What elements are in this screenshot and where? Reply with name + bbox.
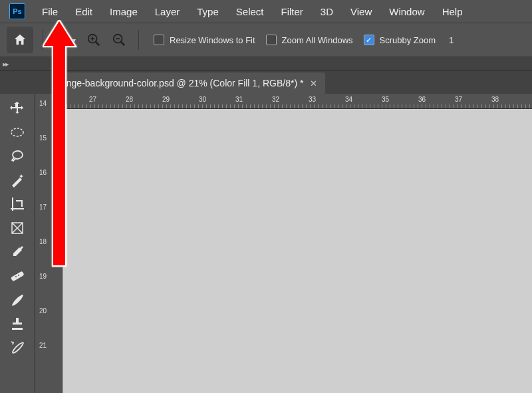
ruler-tick: 18 xyxy=(39,239,58,245)
ruler-vertical: 14 15 16 17 18 19 20 21 xyxy=(35,94,63,393)
ruler-tick: 16 xyxy=(39,170,58,176)
svg-point-0 xyxy=(58,35,65,43)
menu-window[interactable]: Window xyxy=(380,2,433,21)
checkbox-checked-icon: ✓ xyxy=(364,35,374,45)
ruler-tick: 14 xyxy=(39,100,58,107)
ruler-tick: 38 xyxy=(491,96,499,103)
document-tab-title: ange-background-color.psd @ 21% (Color F… xyxy=(61,78,303,88)
zoom-tool-preset[interactable]: ▾ xyxy=(53,30,78,50)
ruler-tick: 35 xyxy=(382,96,389,103)
ruler-tick: 27 xyxy=(89,96,96,103)
menu-type[interactable]: Type xyxy=(188,2,227,21)
checkbox-icon xyxy=(154,35,164,45)
menu-help[interactable]: Help xyxy=(434,2,471,21)
crop-tool[interactable] xyxy=(4,192,31,216)
home-icon xyxy=(13,33,27,47)
workspace: 14 15 16 17 18 19 20 21 27 28 29 30 31 3… xyxy=(0,94,532,393)
menu-file[interactable]: File xyxy=(33,2,66,21)
close-icon[interactable]: ✕ xyxy=(310,78,317,88)
menu-layer[interactable]: Layer xyxy=(146,2,189,21)
ruler-tick: 37 xyxy=(455,96,462,103)
ruler-ticks xyxy=(63,104,532,108)
wand-icon xyxy=(9,172,25,188)
svg-line-7 xyxy=(121,42,125,46)
ruler-tick: 36 xyxy=(418,96,426,103)
ruler-tick: 30 xyxy=(199,96,206,103)
lasso-icon xyxy=(9,148,25,164)
resize-windows-label: Resize Windows to Fit xyxy=(170,35,255,45)
scrubby-zoom-checkbox[interactable]: ✓ Scrubby Zoom xyxy=(364,35,436,45)
ruler-tick: 32 xyxy=(272,96,279,103)
ruler-tick: 20 xyxy=(39,308,58,315)
svg-point-9 xyxy=(11,128,23,136)
home-button[interactable] xyxy=(7,27,33,53)
menu-filter[interactable]: Filter xyxy=(273,2,312,21)
document-tab[interactable]: ange-background-color.psd @ 21% (Color F… xyxy=(53,72,325,94)
history-brush-icon xyxy=(9,340,25,356)
ruler-horizontal: 27 28 29 30 31 32 33 34 35 36 37 38 xyxy=(63,94,532,109)
zoom-in-button[interactable] xyxy=(84,30,104,50)
scrubby-zoom-label: Scrubby Zoom xyxy=(380,35,436,45)
panel-toggle-strip[interactable]: ▸▸ xyxy=(0,57,532,71)
menu-3d[interactable]: 3D xyxy=(312,2,342,21)
frame-icon xyxy=(9,220,25,236)
canvas-area: 27 28 29 30 31 32 33 34 35 36 37 38 xyxy=(63,94,532,393)
move-icon xyxy=(9,100,25,116)
svg-line-3 xyxy=(96,42,100,46)
eyedropper-icon xyxy=(9,244,25,260)
chevron-down-icon: ▾ xyxy=(72,37,76,44)
marquee-icon xyxy=(9,124,25,140)
menu-edit[interactable]: Edit xyxy=(66,2,101,21)
zoom-out-icon xyxy=(112,33,126,47)
toolbox xyxy=(0,94,35,393)
ruler-tick: 19 xyxy=(39,273,58,280)
zoom-all-label: Zoom All Windows xyxy=(282,35,353,45)
brush-tool[interactable] xyxy=(4,288,31,312)
move-tool[interactable] xyxy=(4,96,31,120)
ruler-tick: 21 xyxy=(39,342,58,349)
zoom-all-checkbox[interactable]: Zoom All Windows xyxy=(266,35,353,45)
menu-image[interactable]: Image xyxy=(101,2,146,21)
menu-select[interactable]: Select xyxy=(227,2,273,21)
marquee-tool[interactable] xyxy=(4,120,31,144)
frame-tool[interactable] xyxy=(4,216,31,240)
ruler-tick: 15 xyxy=(39,135,58,142)
document-tab-bar: ange-background-color.psd @ 21% (Color F… xyxy=(0,71,532,94)
svg-point-14 xyxy=(15,276,17,277)
separator xyxy=(43,30,43,50)
bandage-icon xyxy=(9,268,25,284)
stamp-icon xyxy=(9,316,25,332)
quick-selection-tool[interactable] xyxy=(4,168,31,192)
app-logo-icon: Ps xyxy=(9,3,25,19)
svg-line-1 xyxy=(65,42,68,46)
options-bar: ▾ Resize Windows to Fit Zoom All Windows… xyxy=(0,23,532,57)
ruler-tick: 34 xyxy=(345,96,352,103)
lasso-tool[interactable] xyxy=(4,144,31,168)
magnifier-icon xyxy=(55,33,70,47)
ruler-tick: 29 xyxy=(162,96,170,103)
ruler-tick: 28 xyxy=(126,96,133,103)
ruler-tick: 17 xyxy=(39,204,58,211)
checkbox-icon xyxy=(266,35,277,45)
eyedropper-tool[interactable] xyxy=(4,240,31,264)
ruler-tick: 33 xyxy=(309,96,316,103)
history-brush-tool[interactable] xyxy=(4,336,31,360)
separator xyxy=(138,30,139,50)
menu-view[interactable]: View xyxy=(342,2,380,21)
crop-icon xyxy=(9,196,25,212)
clone-stamp-tool[interactable] xyxy=(4,312,31,336)
zoom-value: 1 xyxy=(449,35,454,45)
svg-point-15 xyxy=(18,275,19,276)
svg-rect-13 xyxy=(11,271,25,281)
zoom-in-icon xyxy=(86,33,101,47)
canvas[interactable] xyxy=(63,109,532,393)
resize-windows-checkbox[interactable]: Resize Windows to Fit xyxy=(154,35,255,45)
zoom-out-button[interactable] xyxy=(109,30,129,50)
brush-icon xyxy=(9,292,25,308)
menu-bar: Ps File Edit Image Layer Type Select Fil… xyxy=(0,0,532,23)
healing-brush-tool[interactable] xyxy=(4,264,31,288)
ruler-tick: 31 xyxy=(235,96,243,103)
